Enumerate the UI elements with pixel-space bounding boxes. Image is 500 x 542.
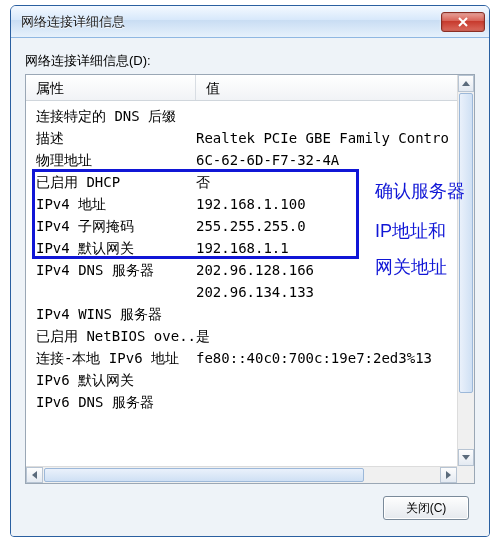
value-cell: 202.96.134.133 [196, 281, 474, 303]
property-cell: IPv6 默认网关 [26, 369, 196, 391]
property-cell: 描述 [26, 127, 196, 149]
table-row[interactable]: 已启用 DHCP否 [26, 171, 474, 193]
table-row[interactable]: 描述Realtek PCIe GBE Family Contro [26, 127, 474, 149]
value-cell [196, 105, 474, 127]
table-row[interactable]: IPv6 DNS 服务器 [26, 391, 474, 413]
chevron-down-icon [462, 455, 470, 460]
property-cell: IPv4 默认网关 [26, 237, 196, 259]
scroll-corner [457, 466, 474, 483]
value-cell: 192.168.1.100 [196, 193, 474, 215]
property-cell: 已启用 NetBIOS ove... [26, 325, 196, 347]
property-cell: IPv4 子网掩码 [26, 215, 196, 237]
value-cell: Realtek PCIe GBE Family Contro [196, 127, 474, 149]
table-row[interactable]: 连接-本地 IPv6 地址fe80::40c0:700c:19e7:2ed3%1… [26, 347, 474, 369]
details-listview[interactable]: 属性 值 连接特定的 DNS 后缀描述Realtek PCIe GBE Fami… [25, 74, 475, 484]
property-cell [26, 281, 196, 303]
table-row[interactable]: IPv4 子网掩码255.255.255.0 [26, 215, 474, 237]
rows-container: 连接特定的 DNS 后缀描述Realtek PCIe GBE Family Co… [26, 101, 474, 413]
property-cell: IPv6 DNS 服务器 [26, 391, 196, 413]
chevron-right-icon [446, 471, 451, 479]
table-row[interactable]: IPv4 默认网关192.168.1.1 [26, 237, 474, 259]
table-row[interactable]: IPv4 DNS 服务器202.96.128.166 [26, 259, 474, 281]
value-cell: 202.96.128.166 [196, 259, 474, 281]
value-cell: 6C-62-6D-F7-32-4A [196, 149, 474, 171]
table-row[interactable]: 202.96.134.133 [26, 281, 474, 303]
close-icon [457, 17, 469, 27]
table-row[interactable]: IPv6 默认网关 [26, 369, 474, 391]
scroll-up-button[interactable] [458, 75, 474, 92]
value-cell: 192.168.1.1 [196, 237, 474, 259]
property-cell: 连接-本地 IPv6 地址 [26, 347, 196, 369]
property-cell: IPv4 DNS 服务器 [26, 259, 196, 281]
table-row[interactable]: 已启用 NetBIOS ove...是 [26, 325, 474, 347]
value-cell [196, 369, 474, 391]
window-title: 网络连接详细信息 [21, 13, 441, 31]
property-cell: 已启用 DHCP [26, 171, 196, 193]
value-cell: 否 [196, 171, 474, 193]
value-cell: 255.255.255.0 [196, 215, 474, 237]
property-cell: 物理地址 [26, 149, 196, 171]
group-label: 网络连接详细信息(D): [25, 52, 475, 70]
horizontal-scrollbar[interactable] [26, 466, 457, 483]
property-cell: 连接特定的 DNS 后缀 [26, 105, 196, 127]
vertical-scroll-thumb[interactable] [459, 93, 473, 393]
dialog-body: 网络连接详细信息(D): 属性 值 连接特定的 DNS 后缀描述Realtek … [11, 38, 489, 536]
table-row[interactable]: IPv4 地址192.168.1.100 [26, 193, 474, 215]
value-cell: 是 [196, 325, 474, 347]
window-close-button[interactable] [441, 12, 485, 32]
scroll-down-button[interactable] [458, 449, 474, 466]
horizontal-scroll-thumb[interactable] [44, 468, 364, 482]
chevron-left-icon [32, 471, 37, 479]
vertical-scrollbar[interactable] [457, 75, 474, 483]
value-cell: fe80::40c0:700c:19e7:2ed3%13 [196, 347, 474, 369]
scroll-right-button[interactable] [440, 467, 457, 483]
column-header-value[interactable]: 值 [196, 75, 474, 100]
column-header-property[interactable]: 属性 [26, 75, 196, 100]
dialog-footer: 关闭(C) [25, 484, 475, 526]
column-header-row: 属性 值 [26, 75, 474, 101]
property-cell: IPv4 地址 [26, 193, 196, 215]
dialog-window: 网络连接详细信息 网络连接详细信息(D): 属性 值 连接特定的 DNS 后缀描… [10, 5, 490, 537]
value-cell [196, 303, 474, 325]
value-cell [196, 391, 474, 413]
chevron-up-icon [462, 81, 470, 86]
scroll-left-button[interactable] [26, 467, 43, 483]
table-row[interactable]: 连接特定的 DNS 后缀 [26, 105, 474, 127]
table-row[interactable]: IPv4 WINS 服务器 [26, 303, 474, 325]
property-cell: IPv4 WINS 服务器 [26, 303, 196, 325]
titlebar[interactable]: 网络连接详细信息 [11, 6, 489, 38]
table-row[interactable]: 物理地址6C-62-6D-F7-32-4A [26, 149, 474, 171]
close-button[interactable]: 关闭(C) [383, 496, 469, 520]
